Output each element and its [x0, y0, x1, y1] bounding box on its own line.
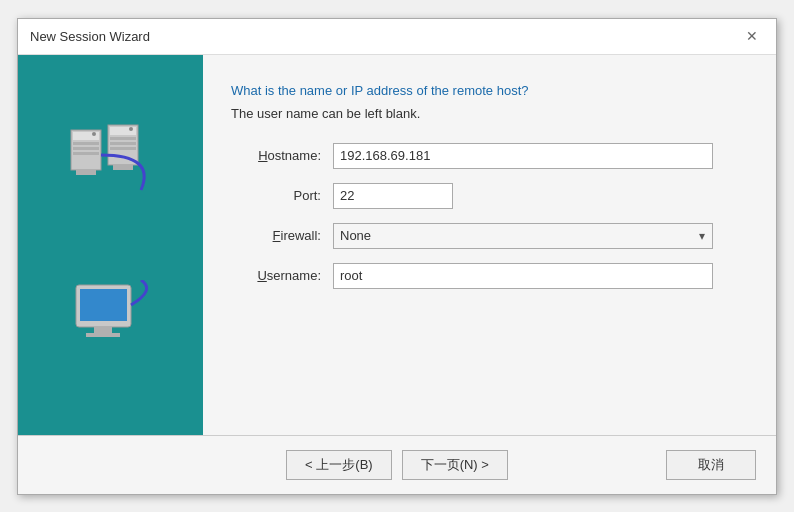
computer-icon	[66, 280, 156, 370]
port-label: Port:	[231, 188, 321, 203]
svg-point-12	[129, 127, 133, 131]
svg-rect-15	[80, 289, 127, 321]
server-icon-top	[66, 120, 156, 210]
hostname-label: Hostname:	[231, 148, 321, 163]
username-input[interactable]	[333, 263, 713, 289]
dialog: New Session Wizard ✕	[17, 18, 777, 495]
svg-rect-2	[73, 142, 99, 145]
port-row: Port:	[231, 183, 748, 209]
left-panel	[18, 55, 203, 435]
svg-rect-16	[94, 327, 112, 333]
svg-rect-13	[113, 165, 133, 170]
dialog-title: New Session Wizard	[30, 29, 150, 44]
svg-rect-4	[73, 152, 99, 155]
username-row: Username:	[231, 263, 748, 289]
content-area: What is the name or IP address of the re…	[18, 55, 776, 435]
svg-point-5	[92, 132, 96, 136]
title-bar: New Session Wizard ✕	[18, 19, 776, 55]
firewall-row: Firewall: None HTTP SOCKS4 SOCKS5	[231, 223, 748, 249]
sub-text: The user name can be left blank.	[231, 106, 748, 121]
svg-rect-10	[110, 142, 136, 145]
svg-rect-9	[110, 137, 136, 140]
firewall-label: Firewall:	[231, 228, 321, 243]
hostname-row: Hostname:	[231, 143, 748, 169]
hostname-input[interactable]	[333, 143, 713, 169]
firewall-select[interactable]: None HTTP SOCKS4 SOCKS5	[333, 223, 713, 249]
svg-rect-17	[86, 333, 120, 337]
cancel-button[interactable]: 取消	[666, 450, 756, 480]
next-button[interactable]: 下一页(N) >	[402, 450, 508, 480]
svg-rect-11	[110, 147, 136, 150]
username-label: Username:	[231, 268, 321, 283]
firewall-select-wrapper: None HTTP SOCKS4 SOCKS5	[333, 223, 713, 249]
close-button[interactable]: ✕	[740, 24, 764, 48]
back-button[interactable]: < 上一步(B)	[286, 450, 392, 480]
footer-buttons: < 上一步(B) 下一页(N) > 取消	[38, 450, 756, 480]
port-input[interactable]	[333, 183, 453, 209]
svg-rect-3	[73, 147, 99, 150]
center-buttons: < 上一步(B) 下一页(N) >	[286, 450, 508, 480]
question-text: What is the name or IP address of the re…	[231, 83, 748, 98]
right-panel: What is the name or IP address of the re…	[203, 55, 776, 435]
footer: < 上一步(B) 下一页(N) > 取消	[18, 436, 776, 494]
svg-rect-6	[76, 170, 96, 175]
